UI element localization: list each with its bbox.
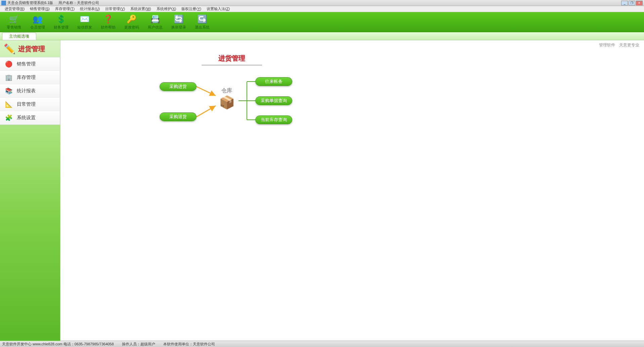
sidebar-item-sales[interactable]: 🔴销售管理 <box>0 57 60 71</box>
menu-sales[interactable]: 销售管理(S) <box>27 6 52 11</box>
status-operator: 操作人员：超级用户 <box>122 342 155 347</box>
tab-main-functions[interactable]: 主功能选项 <box>2 33 36 40</box>
sidebar-active-header[interactable]: ✏️ 进货管理 <box>0 40 60 57</box>
link-tianyi-pro[interactable]: 天意更专业 <box>619 42 639 48</box>
tool-finance[interactable]: 💲财务管理 <box>50 13 72 32</box>
connector-lines <box>141 54 376 161</box>
content: 管理软件 天意更专业 进货管理 <box>60 40 644 341</box>
menu-daily[interactable]: 日常管理(V) <box>102 6 128 11</box>
menu-settings[interactable]: 系统设置(W) <box>128 6 154 11</box>
minimize-button[interactable]: _ <box>621 1 628 5</box>
cart-icon: 🛒 <box>9 14 19 24</box>
tool-retail-sales[interactable]: 🛒零售销售 <box>3 13 25 32</box>
tool-help[interactable]: ❓软件帮助 <box>97 13 119 32</box>
tool-password[interactable]: 🔑更改密码 <box>121 13 142 32</box>
building-icon: 🏢 <box>5 73 13 82</box>
sidebar-item-inventory[interactable]: 🏢库存管理 <box>0 71 60 84</box>
menu-ime[interactable]: 设置输入法(Z) <box>204 6 232 11</box>
mail-icon: ✉️ <box>80 14 90 24</box>
dollar-icon: 💲 <box>56 14 66 24</box>
users-icon: 👥 <box>33 14 43 24</box>
pill-purchase-return[interactable]: 采购退货 <box>160 112 197 121</box>
diagram-title: 进货管理 <box>202 54 262 65</box>
status-dev-center: 天意软件开发中心 www.chle828.com 电话：0635-7987985… <box>2 342 114 347</box>
content-header-links: 管理软件 天意更专业 <box>599 42 639 48</box>
puzzle-icon: 🧩 <box>5 114 13 122</box>
pill-account[interactable]: 往来帐务 <box>255 77 292 86</box>
menu-register[interactable]: 版权注册(Y) <box>179 6 204 11</box>
card-icon: 📇 <box>150 14 160 24</box>
sidebar-active-label: 进货管理 <box>18 44 45 53</box>
svg-line-0 <box>197 87 216 96</box>
status-unit: 本软件使用单位：天意软件公司 <box>163 342 215 347</box>
diagram: 进货管理 采购进货 采购退货 <box>141 54 376 161</box>
pill-purchase-in[interactable]: 采购进货 <box>160 82 197 91</box>
tool-sms[interactable]: ✉️短信群发 <box>74 13 95 32</box>
warehouse-label: 仓库 <box>215 87 239 94</box>
warehouse-node: 仓库 📦 <box>215 87 239 110</box>
menu-purchase[interactable]: 进货管理(R) <box>2 6 27 11</box>
close-button[interactable]: ✕ <box>636 1 643 5</box>
main-area: ✏️ 进货管理 🔴销售管理 🏢库存管理 📚统计报表 📐日常管理 🧩系统设置 管理… <box>0 40 644 341</box>
title-bar: 天意会员销售管理系统6.1版 用户名称：天意软件公司 _ ❐ ✕ <box>0 0 644 6</box>
svg-line-1 <box>197 106 216 117</box>
sidebar-list: 🔴销售管理 🏢库存管理 📚统计报表 📐日常管理 🧩系统设置 <box>0 57 60 125</box>
pill-stock-query[interactable]: 当前库存查询 <box>255 115 292 124</box>
menu-reports[interactable]: 统计报表(U) <box>77 6 102 11</box>
toolbar: 🛒零售销售 👥会员管理 💲财务管理 ✉️短信群发 ❓软件帮助 🔑更改密码 📇用户… <box>0 12 644 32</box>
sidebar: ✏️ 进货管理 🔴销售管理 🏢库存管理 📚统计报表 📐日常管理 🧩系统设置 <box>0 40 60 341</box>
exit-icon: ↪️ <box>197 14 207 24</box>
warehouse-icon: 📦 <box>215 95 239 110</box>
menu-bar: 进货管理(R) 销售管理(S) 库存管理(T) 统计报表(U) 日常管理(V) … <box>0 6 644 12</box>
ruler-icon: 📐 <box>5 100 13 108</box>
tab-strip: 主功能选项 <box>0 32 644 40</box>
user-label: 用户名称：天意软件公司 <box>58 1 99 5</box>
app-title: 天意会员销售管理系统6.1版 用户名称：天意软件公司 <box>7 0 99 5</box>
menu-maintenance[interactable]: 系统维护(X) <box>154 6 179 11</box>
status-bar: 天意软件开发中心 www.chle828.com 电话：0635-7987985… <box>0 341 644 347</box>
link-mgmt-software[interactable]: 管理软件 <box>599 42 615 48</box>
tool-member-mgmt[interactable]: 👥会员管理 <box>27 13 48 32</box>
help-icon: ❓ <box>103 14 113 24</box>
tool-shift-login[interactable]: 🔄换班登录 <box>168 13 189 32</box>
app-icon <box>1 1 6 5</box>
refresh-icon: 🔄 <box>174 14 184 24</box>
key-icon: 🔑 <box>127 14 137 24</box>
pill-po-query[interactable]: 采购单据查询 <box>255 96 292 105</box>
books-icon: 📚 <box>5 87 13 95</box>
tool-user-info[interactable]: 📇用户信息 <box>144 13 166 32</box>
sidebar-item-daily[interactable]: 📐日常管理 <box>0 98 60 111</box>
sidebar-item-reports[interactable]: 📚统计报表 <box>0 84 60 98</box>
circle-icon: 🔴 <box>5 60 13 68</box>
tool-exit[interactable]: ↪️退出系统 <box>191 13 213 32</box>
pencil-icon: ✏️ <box>3 43 15 55</box>
app-title-text: 天意会员销售管理系统6.1版 <box>7 1 53 5</box>
maximize-button[interactable]: ❐ <box>629 1 635 5</box>
sidebar-item-settings[interactable]: 🧩系统设置 <box>0 111 60 125</box>
menu-inventory[interactable]: 库存管理(T) <box>52 6 77 11</box>
